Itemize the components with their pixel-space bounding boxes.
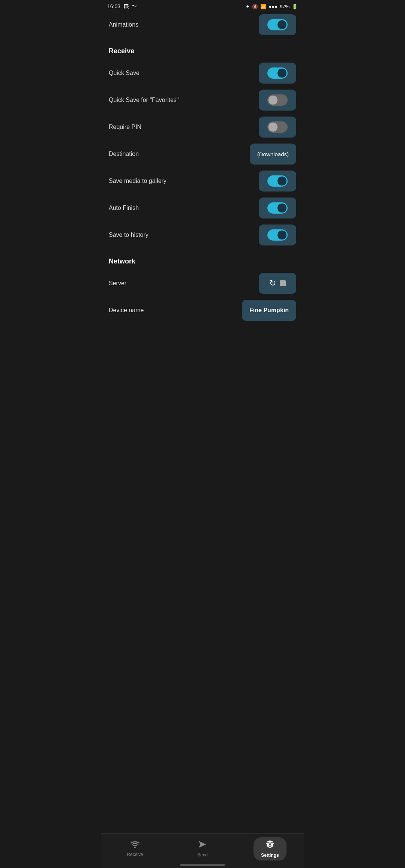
signal-icon: ●●● <box>268 4 278 9</box>
save-media-gallery-toggle-knob <box>278 177 286 186</box>
nav-settings-label: Settings <box>261 853 279 858</box>
auto-finish-label: Auto Finish <box>109 205 259 211</box>
nav-item-settings[interactable]: Settings <box>236 837 304 861</box>
nav-item-send[interactable]: Send <box>169 840 236 858</box>
quick-save-favorites-toggle[interactable] <box>267 94 288 106</box>
time-display: 16:03 <box>107 3 120 9</box>
save-media-gallery-label: Save media to gallery <box>109 178 259 184</box>
settings-scroll-content: Animations Receive Quick Save Quick Save… <box>101 11 304 358</box>
health-icon: 〜 <box>132 3 137 10</box>
nav-receive-label: Receive <box>127 852 143 857</box>
photo-icon: 🖼 <box>123 3 129 9</box>
receive-section-header: Receive <box>101 38 304 60</box>
status-bar: 16:03 🖼 〜 ✦ 🔇 📶 ●●● 97% 🔋 <box>101 0 304 11</box>
save-to-history-toggle[interactable] <box>267 229 288 241</box>
auto-finish-toggle[interactable] <box>267 202 288 214</box>
bluetooth-icon: ✦ <box>246 4 250 9</box>
battery-display: 97% <box>280 4 290 9</box>
save-to-history-toggle-container <box>259 224 296 245</box>
network-section-header: Network <box>101 248 304 270</box>
device-name-row: Device name Fine Pumpkin <box>101 297 304 324</box>
quick-save-favorites-toggle-knob <box>268 96 278 105</box>
svg-point-0 <box>134 847 136 848</box>
quick-save-favorites-toggle-container <box>259 90 296 111</box>
nav-item-receive[interactable]: Receive <box>101 841 169 857</box>
server-icons: ↻ <box>269 278 286 288</box>
svg-marker-1 <box>199 841 206 848</box>
server-button[interactable]: ↻ <box>259 273 296 294</box>
battery-icon: 🔋 <box>292 4 298 9</box>
require-pin-label: Require PIN <box>109 124 259 130</box>
animations-label: Animations <box>109 21 259 28</box>
save-media-gallery-toggle-container <box>259 171 296 192</box>
nav-settings-icon <box>261 840 279 852</box>
destination-row: Destination (Downloads) <box>101 141 304 168</box>
destination-button[interactable]: (Downloads) <box>250 144 296 165</box>
quick-save-favorites-row: Quick Save for "Favorites" <box>101 87 304 114</box>
settings-nav-bg: Settings <box>254 837 286 861</box>
save-media-gallery-toggle[interactable] <box>267 175 288 187</box>
server-row: Server ↻ <box>101 270 304 297</box>
animations-toggle-container <box>259 14 296 35</box>
save-to-history-row: Save to history <box>101 221 304 248</box>
server-label: Server <box>109 280 259 287</box>
device-name-label: Device name <box>109 307 242 314</box>
quick-save-row: Quick Save <box>101 60 304 87</box>
svg-point-2 <box>268 843 272 846</box>
auto-finish-toggle-container <box>259 198 296 218</box>
save-media-gallery-row: Save media to gallery <box>101 168 304 195</box>
quick-save-toggle[interactable] <box>267 67 288 79</box>
quick-save-favorites-label: Quick Save for "Favorites" <box>109 97 259 103</box>
animations-row: Animations <box>101 11 304 38</box>
save-to-history-label: Save to history <box>109 232 259 238</box>
refresh-icon: ↻ <box>269 278 276 288</box>
require-pin-toggle[interactable] <box>267 121 288 133</box>
animations-toggle[interactable] <box>267 19 288 30</box>
mute-icon: 🔇 <box>252 4 258 9</box>
quick-save-toggle-knob <box>278 69 286 78</box>
home-indicator <box>180 864 225 866</box>
auto-finish-row: Auto Finish <box>101 195 304 221</box>
require-pin-toggle-container <box>259 117 296 138</box>
quick-save-toggle-container <box>259 63 296 84</box>
auto-finish-toggle-knob <box>278 204 286 213</box>
save-to-history-toggle-knob <box>278 230 286 239</box>
wifi-status-icon: 📶 <box>260 4 266 9</box>
stop-icon <box>280 280 286 286</box>
quick-save-label: Quick Save <box>109 70 259 76</box>
bottom-navigation: Receive Send Settings <box>101 833 304 868</box>
nav-send-icon <box>198 840 207 851</box>
device-name-button[interactable]: Fine Pumpkin <box>242 300 296 321</box>
destination-label: Destination <box>109 151 250 157</box>
status-left: 16:03 🖼 〜 <box>107 3 137 10</box>
animations-toggle-knob <box>278 20 286 29</box>
nav-send-label: Send <box>197 852 208 858</box>
require-pin-row: Require PIN <box>101 114 304 141</box>
status-right: ✦ 🔇 📶 ●●● 97% 🔋 <box>246 4 298 9</box>
require-pin-toggle-knob <box>268 123 278 132</box>
nav-receive-icon <box>130 841 140 850</box>
